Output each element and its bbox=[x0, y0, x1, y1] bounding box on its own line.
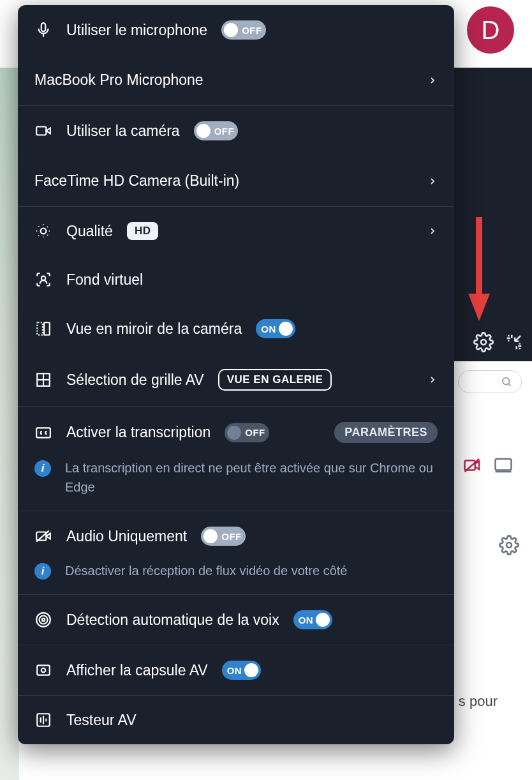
background-text: s pour bbox=[459, 693, 498, 710]
svg-rect-5 bbox=[465, 461, 475, 470]
svg-rect-16 bbox=[37, 322, 43, 335]
svg-point-9 bbox=[506, 543, 512, 548]
capsule-label: Afficher la capsule AV bbox=[66, 662, 208, 679]
audio-only-toggle[interactable]: OFF bbox=[201, 527, 246, 546]
chevron-right-icon bbox=[427, 75, 438, 86]
svg-rect-21 bbox=[36, 428, 50, 437]
camera-off-side-icon[interactable] bbox=[463, 456, 482, 475]
capsule-toggle[interactable]: ON bbox=[222, 661, 262, 680]
svg-point-14 bbox=[41, 229, 47, 234]
camera-row[interactable]: Utiliser la caméra OFF bbox=[18, 106, 454, 156]
camera-icon bbox=[34, 122, 52, 140]
avatar[interactable]: D bbox=[467, 6, 514, 54]
svg-point-29 bbox=[41, 668, 46, 673]
microphone-row[interactable]: Utiliser le microphone OFF bbox=[18, 5, 454, 55]
svg-rect-17 bbox=[44, 322, 50, 335]
settings-icon-toolbar[interactable] bbox=[472, 331, 495, 354]
transcription-row[interactable]: Activer la transcription OFF PARAMÈTRES bbox=[18, 407, 454, 458]
voice-detection-row[interactable]: Détection automatique de la voix ON bbox=[18, 595, 454, 645]
audio-only-info-text: Désactiver la réception de flux vidéo de… bbox=[65, 561, 347, 580]
background-strip bbox=[0, 68, 19, 780]
info-icon: i bbox=[34, 460, 51, 477]
svg-rect-7 bbox=[496, 459, 512, 470]
voice-detection-label: Détection automatique de la voix bbox=[66, 611, 279, 629]
grid-icon bbox=[34, 371, 52, 389]
audio-only-row[interactable]: Audio Uniquement OFF bbox=[18, 511, 454, 561]
svg-rect-28 bbox=[37, 665, 50, 675]
svg-rect-12 bbox=[36, 127, 46, 135]
quality-icon bbox=[34, 222, 52, 240]
svg-line-4 bbox=[508, 384, 510, 386]
quality-row[interactable]: Qualité HD bbox=[18, 207, 454, 255]
mirror-toggle[interactable]: ON bbox=[256, 319, 295, 338]
av-settings-panel: Utiliser le microphone OFF MacBook Pro M… bbox=[18, 5, 454, 744]
settings-side-icon[interactable] bbox=[499, 535, 519, 555]
grid-badge: VUE EN GALERIE bbox=[218, 369, 332, 391]
camera-label: Utiliser la caméra bbox=[66, 123, 180, 140]
audio-only-info-row: i Désactiver la réception de flux vidéo … bbox=[18, 561, 454, 594]
capsule-icon bbox=[34, 661, 52, 679]
transcription-toggle[interactable]: OFF bbox=[225, 423, 269, 442]
microphone-toggle[interactable]: OFF bbox=[221, 20, 266, 40]
chevron-right-icon bbox=[427, 176, 438, 186]
closed-caption-icon bbox=[34, 424, 52, 442]
svg-rect-10 bbox=[41, 23, 46, 31]
quality-label: Qualité bbox=[66, 223, 113, 240]
search-icon bbox=[501, 376, 512, 387]
info-icon: i bbox=[34, 563, 51, 580]
microphone-label: Utiliser le microphone bbox=[66, 22, 207, 39]
microphone-device-row[interactable]: MacBook Pro Microphone bbox=[18, 55, 454, 105]
virtual-background-label: Fond virtuel bbox=[66, 271, 143, 289]
av-tester-row[interactable]: Testeur AV bbox=[18, 696, 454, 744]
virtual-background-icon bbox=[34, 271, 52, 289]
avatar-initial: D bbox=[482, 16, 500, 45]
transcription-info-row: i La transcription en direct ne peut êtr… bbox=[18, 458, 454, 511]
av-tester-label: Testeur AV bbox=[66, 712, 137, 729]
svg-point-3 bbox=[503, 378, 510, 385]
svg-point-2 bbox=[481, 340, 486, 345]
quality-badge: HD bbox=[127, 222, 159, 240]
camera-device-label: FaceTime HD Camera (Built-in) bbox=[34, 172, 239, 190]
chevron-right-icon bbox=[427, 375, 438, 385]
monitor-side-icon[interactable] bbox=[494, 456, 513, 475]
minimize-icon-toolbar[interactable] bbox=[503, 331, 526, 354]
camera-device-row[interactable]: FaceTime HD Camera (Built-in) bbox=[18, 156, 454, 206]
audio-only-label: Audio Uniquement bbox=[66, 528, 187, 545]
transcription-label: Activer la transcription bbox=[66, 424, 211, 441]
mirror-icon bbox=[34, 320, 52, 338]
svg-point-25 bbox=[42, 619, 45, 621]
microphone-icon bbox=[34, 21, 52, 39]
microphone-device-label: MacBook Pro Microphone bbox=[34, 71, 203, 89]
search-input[interactable] bbox=[458, 370, 522, 393]
mirror-label: Vue en miroir de la caméra bbox=[66, 320, 242, 338]
camera-toggle[interactable]: OFF bbox=[194, 121, 239, 140]
svg-rect-22 bbox=[36, 532, 46, 541]
voice-detection-toggle[interactable]: ON bbox=[293, 610, 333, 629]
camera-off-icon bbox=[34, 527, 52, 545]
capsule-row[interactable]: Afficher la capsule AV ON bbox=[18, 645, 454, 695]
virtual-background-row[interactable]: Fond virtuel bbox=[18, 255, 454, 304]
grid-selection-label: Sélection de grille AV bbox=[66, 371, 204, 389]
chevron-right-icon bbox=[427, 226, 438, 236]
voice-detection-icon bbox=[34, 611, 52, 629]
mirror-row[interactable]: Vue en miroir de la caméra ON bbox=[18, 304, 454, 354]
transcription-settings-button[interactable]: PARAMÈTRES bbox=[334, 422, 438, 443]
transcription-info-text: La transcription en direct ne peut être … bbox=[65, 458, 438, 497]
grid-selection-row[interactable]: Sélection de grille AV VUE EN GALERIE bbox=[18, 354, 454, 406]
equalizer-icon bbox=[34, 711, 52, 729]
svg-point-26 bbox=[40, 616, 48, 624]
